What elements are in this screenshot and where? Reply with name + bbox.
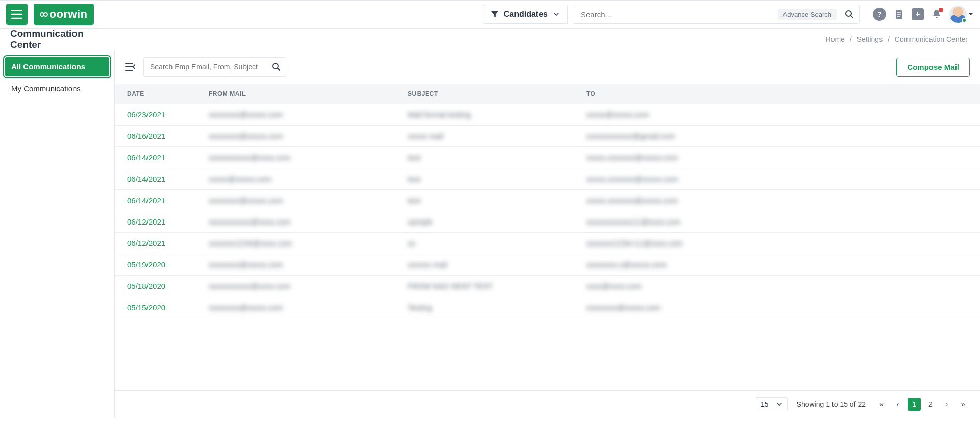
user-menu-caret-icon[interactable]	[968, 11, 974, 17]
user-avatar[interactable]	[949, 6, 967, 23]
cell-subject: xxxxx mail	[408, 132, 443, 140]
top-actions: ? +	[873, 6, 974, 23]
help-button[interactable]: ?	[873, 8, 886, 21]
notifications-button[interactable]	[931, 9, 942, 20]
cell-subject: ss	[408, 239, 415, 248]
cell-from: xxxxxxxx@xxxxx.com	[209, 110, 283, 119]
table-search-input[interactable]	[144, 63, 266, 71]
cell-subject: xxxxxx mail	[408, 260, 447, 269]
page-next[interactable]: ›	[940, 398, 953, 411]
search-icon	[845, 10, 854, 19]
main-menu-button[interactable]	[6, 4, 28, 25]
page-size-value: 15	[761, 400, 769, 408]
chevron-down-icon	[553, 11, 560, 18]
brand-logo[interactable]: oorwin	[34, 4, 94, 25]
pagination: « ‹ 12 › »	[875, 398, 970, 411]
cell-subject: FROM NAD SENT TEST	[408, 282, 493, 290]
search-icon	[272, 62, 281, 71]
cell-subject: Mail format testing	[408, 110, 471, 119]
sidebar-item-my-communications[interactable]: My Communications	[5, 79, 109, 98]
cell-from: xxxxxxxx@xxxxx.com	[209, 260, 283, 269]
cell-subject: sample	[408, 217, 432, 226]
table-row[interactable]: 06/16/2021xxxxxxxx@xxxxx.comxxxxx mailxx…	[115, 126, 980, 147]
table-row[interactable]: 06/14/2021xxxxxxxxxxx@xxxx.comtestxxxxx.…	[115, 147, 980, 168]
cell-from: xxxxxxxxxxx@xxxx.com	[209, 282, 290, 290]
notes-icon	[893, 9, 904, 20]
sub-header: Communication Center Home / Settings / C…	[0, 29, 980, 50]
chevron-down-icon	[776, 401, 783, 408]
page-title: Communication Center	[10, 28, 84, 50]
search-scope-label: Candidates	[504, 10, 548, 19]
column-header-date[interactable]: DATE	[115, 84, 202, 104]
cell-subject: Testing	[408, 303, 432, 312]
page-prev[interactable]: ‹	[891, 398, 904, 411]
page-number[interactable]: 2	[924, 398, 937, 411]
notes-button[interactable]	[893, 9, 904, 20]
cell-date: 06/12/2021	[115, 211, 202, 233]
cell-date: 05/15/2020	[115, 297, 202, 318]
table-footer: 15 Showing 1 to 15 of 22 « ‹ 12 › »	[115, 390, 980, 418]
cell-subject: test	[408, 175, 420, 183]
table-row[interactable]: 06/12/2021xxxxxxx1234@xxxx.comssxxxxxxx1…	[115, 233, 980, 254]
crumb-home[interactable]: Home	[826, 35, 845, 43]
cell-to: xxxxxxxxxxxx@gmail.com	[586, 132, 675, 140]
notification-dot-icon	[939, 8, 943, 12]
help-icon: ?	[877, 10, 882, 18]
advance-search-button[interactable]: Advance Search	[778, 9, 837, 20]
cell-date: 06/14/2021	[115, 168, 202, 190]
cell-from: xxxxxxxxxxx@xxxx.com	[209, 217, 290, 226]
sidebar-item-all-communications[interactable]: All Communications	[5, 57, 109, 76]
cell-date: 05/19/2020	[115, 254, 202, 276]
main-layout: All CommunicationsMy Communications Comp…	[0, 50, 980, 418]
cell-from: xxxxxxxx@xxxxx.com	[209, 196, 283, 205]
cell-from: xxxxxxx1234@xxxx.com	[209, 239, 292, 248]
hamburger-icon	[11, 10, 22, 19]
cell-to: xxxxxxxx@xxxxx.com	[586, 303, 660, 312]
global-search: Advance Search	[574, 5, 860, 24]
cell-date: 06/16/2021	[115, 126, 202, 147]
cell-to: xxxxx@xxxxx.com	[586, 110, 649, 119]
filter-toggle-button[interactable]	[125, 62, 136, 72]
page-last[interactable]: »	[957, 398, 970, 411]
cell-from: xxxxxxxx@xxxxx.com	[209, 303, 283, 312]
table-row[interactable]: 06/14/2021xxxxxxxx@xxxxx.comtestxxxxx.xx…	[115, 190, 980, 211]
presence-online-icon	[962, 18, 967, 23]
table-row[interactable]: 05/15/2020xxxxxxxx@xxxxx.comTestingxxxxx…	[115, 297, 980, 318]
cell-date: 06/14/2021	[115, 190, 202, 211]
column-header-to[interactable]: TO	[579, 84, 980, 104]
cell-date: 06/23/2021	[115, 104, 202, 126]
page-size-select[interactable]: 15	[756, 397, 788, 411]
table-row[interactable]: 05/19/2020xxxxxxxx@xxxxx.comxxxxxx mailx…	[115, 254, 980, 276]
add-button[interactable]: +	[912, 8, 924, 20]
cell-to: xxxxxxxxxxxx11@xxxx.com	[586, 217, 680, 226]
cell-to: xxxxx.xxxxxxx@xxxxx.com	[586, 175, 678, 183]
sidebar: All CommunicationsMy Communications	[0, 50, 115, 418]
crumb-current: Communication Center	[895, 35, 968, 43]
table-search-button[interactable]	[266, 62, 286, 71]
table-row[interactable]: 06/23/2021xxxxxxxx@xxxxx.comMail format …	[115, 104, 980, 126]
cell-to: xxxxxxx1234+11@xxxx.com	[586, 239, 683, 248]
table-row[interactable]: 05/18/2020xxxxxxxxxxx@xxxx.comFROM NAD S…	[115, 276, 980, 297]
top-bar: oorwin Candidates Advance Search ? +	[0, 0, 980, 29]
plus-icon: +	[915, 10, 920, 19]
column-header-subject[interactable]: SUBJECT	[401, 84, 579, 104]
page-number[interactable]: 1	[908, 398, 921, 411]
global-search-input[interactable]	[574, 10, 778, 19]
page-first[interactable]: «	[875, 398, 888, 411]
crumb-settings[interactable]: Settings	[857, 35, 883, 43]
breadcrumb: Home / Settings / Communication Center	[826, 35, 968, 43]
cell-from: xxxxxxxxxxx@xxxx.com	[209, 153, 290, 162]
table-row[interactable]: 06/12/2021xxxxxxxxxxx@xxxx.comsamplexxxx…	[115, 211, 980, 233]
compose-mail-button[interactable]: Compose Mail	[896, 58, 970, 77]
column-header-from[interactable]: FROM MAIL	[202, 84, 401, 104]
cell-to: xxxx@xxxx.com	[586, 282, 642, 290]
cell-from: xxxxxxxx@xxxxx.com	[209, 132, 283, 140]
filter-panel-icon	[125, 62, 136, 72]
global-search-button[interactable]	[840, 10, 859, 19]
brand-logo-text: oorwin	[49, 8, 87, 21]
content-area: Compose Mail DATE FROM MAIL SUBJECT TO 0…	[115, 50, 980, 418]
table-row[interactable]: 06/14/2021xxxxx@xxxxx.comtestxxxxx.xxxxx…	[115, 168, 980, 190]
cell-date: 06/12/2021	[115, 233, 202, 254]
cell-to: xxxxx.xxxxxxx@xxxxx.com	[586, 196, 678, 205]
search-scope-dropdown[interactable]: Candidates	[483, 5, 568, 24]
